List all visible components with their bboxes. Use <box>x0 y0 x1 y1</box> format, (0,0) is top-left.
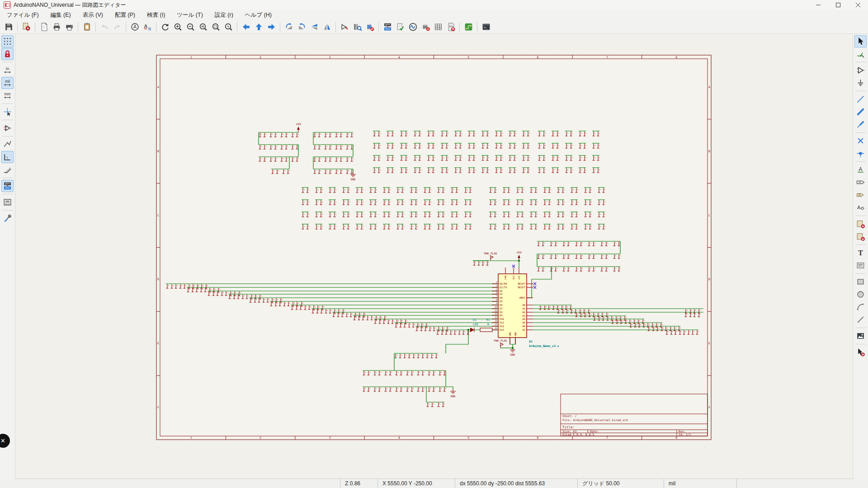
place-power-button[interactable] <box>854 77 867 89</box>
plot-button[interactable] <box>63 21 75 33</box>
sheet-pin-button[interactable] <box>854 230 867 243</box>
svg-text:T: T <box>858 249 863 257</box>
footprint-editor-button[interactable] <box>363 21 376 33</box>
menu-item-0[interactable]: ファイル (F) <box>1 10 45 20</box>
hierarchy-navigator-button[interactable] <box>1 196 14 208</box>
find-replace-button[interactable]: AB <box>141 21 154 33</box>
image-button[interactable] <box>854 330 867 342</box>
delete-button[interactable] <box>854 346 867 358</box>
refresh-button[interactable] <box>159 21 171 33</box>
undo-button[interactable] <box>98 21 111 33</box>
svg-text:R42: R42 <box>5 187 10 189</box>
refresh-icon <box>160 22 170 32</box>
svg-text:F: F <box>708 406 710 409</box>
mirror-h-button[interactable] <box>321 21 333 33</box>
wire-button[interactable] <box>854 93 867 105</box>
hier-label-button[interactable]: A <box>854 189 867 201</box>
menu-item-7[interactable]: ヘルプ (H) <box>239 10 278 20</box>
bom-button[interactable]: .bom <box>444 21 457 33</box>
redo-button[interactable] <box>111 21 123 33</box>
menu-item-2[interactable]: 表示 (V) <box>77 10 109 20</box>
fields-table-button[interactable] <box>432 21 444 33</box>
units-in-button[interactable]: in <box>1 64 14 76</box>
no-connect-button[interactable] <box>854 135 867 147</box>
global-label-button[interactable]: A <box>854 176 867 188</box>
rotate-ccw-button[interactable] <box>283 21 295 33</box>
annotate-button[interactable]: R??R42 <box>381 21 394 33</box>
find-button[interactable]: A <box>128 21 141 33</box>
zoom-objects-button[interactable] <box>209 21 222 33</box>
simulator-button[interactable] <box>406 21 419 33</box>
select-button[interactable] <box>854 35 867 47</box>
highlight-net-button[interactable] <box>854 48 867 60</box>
paste-button[interactable] <box>80 21 93 33</box>
hidden-pins-button[interactable] <box>1 122 14 134</box>
zoom-in-button[interactable] <box>171 21 184 33</box>
menu-item-5[interactable]: ツール (T) <box>171 10 209 20</box>
cursor-crosshair-button[interactable] <box>1 106 14 118</box>
toolbar-separator <box>156 22 156 32</box>
junction-button[interactable] <box>854 147 867 160</box>
sheet-button[interactable] <box>854 218 867 230</box>
pcb-editor-button[interactable] <box>462 21 475 33</box>
grid-override-lock-button[interactable] <box>1 48 14 60</box>
rotate-cw-button[interactable] <box>295 21 308 33</box>
angle-45-button[interactable] <box>1 164 14 176</box>
symbol-editor-button[interactable] <box>338 21 351 33</box>
properties-button[interactable] <box>1 212 14 225</box>
grid-dots-button[interactable] <box>1 35 14 47</box>
svg-text:RESET: RESET <box>518 286 525 289</box>
arc-button[interactable] <box>854 301 867 313</box>
textbox-button[interactable] <box>854 259 867 272</box>
assign-footprints-button[interactable] <box>419 21 432 33</box>
place-symbol-button[interactable] <box>854 64 867 76</box>
undo-icon <box>100 22 109 32</box>
wire-icon <box>856 94 865 104</box>
zoom-fit-button[interactable] <box>197 21 209 33</box>
units-mm-button[interactable]: mm <box>1 89 14 102</box>
menu-item-3[interactable]: 配置 (P) <box>109 10 141 20</box>
nav-forward-button[interactable] <box>265 21 278 33</box>
mirror-v-button[interactable] <box>308 21 321 33</box>
svg-text:4: 4 <box>398 56 400 59</box>
circle-button[interactable] <box>854 288 867 300</box>
directive-label-button[interactable]: A <box>854 202 867 214</box>
menu-item-1[interactable]: 編集 (E) <box>45 10 77 20</box>
schematic-setup-button[interactable] <box>20 21 33 33</box>
line-button[interactable] <box>854 314 867 326</box>
menu-item-4[interactable]: 検査 (I) <box>141 10 171 20</box>
hv-angle-button[interactable] <box>1 151 14 163</box>
erc-button[interactable] <box>394 21 406 33</box>
svg-text:A1: A1 <box>522 307 525 310</box>
bus-entry-button[interactable] <box>854 118 867 131</box>
menu-item-6[interactable]: 設定 (r) <box>209 10 239 20</box>
close-button[interactable] <box>848 0 868 10</box>
print-button[interactable] <box>50 21 63 33</box>
minimize-button[interactable] <box>808 0 828 10</box>
zoom-selection-button[interactable] <box>222 21 235 33</box>
free-angle-button[interactable] <box>1 138 14 150</box>
nav-back-button[interactable] <box>240 21 252 33</box>
zoom-out-button[interactable] <box>184 21 197 33</box>
console-button[interactable]: >_ <box>480 21 492 33</box>
svg-text:B: B <box>157 150 159 153</box>
nav-forward-icon <box>267 22 276 32</box>
save-button[interactable] <box>2 21 15 33</box>
net-label-button[interactable]: A <box>854 164 867 176</box>
schematic-drawing[interactable]: 1122334455667788AABBCCDDEEFFSheet: /File… <box>15 34 853 479</box>
maximize-button[interactable] <box>828 0 848 10</box>
svg-text:E: E <box>157 342 159 345</box>
bus-button[interactable] <box>854 106 867 118</box>
annotate-auto-button[interactable]: R??R42 <box>1 180 14 192</box>
text-button[interactable]: T <box>854 247 867 259</box>
svg-text:5: 5 <box>467 436 469 440</box>
rect-button[interactable] <box>854 276 867 288</box>
symbol-browser-button[interactable] <box>351 21 363 33</box>
schematic-canvas[interactable]: 1122334455667788AABBCCDDEEFFSheet: /File… <box>15 34 853 479</box>
svg-text:5: 5 <box>496 288 497 291</box>
find-replace-icon: AB <box>143 22 152 32</box>
nav-up-button[interactable] <box>252 21 265 33</box>
page-settings-button[interactable] <box>38 21 50 33</box>
units-mil-button[interactable]: mil <box>1 77 14 89</box>
svg-text:KiCad E.D.A. 6.0.5: KiCad E.D.A. 6.0.5 <box>562 433 594 436</box>
